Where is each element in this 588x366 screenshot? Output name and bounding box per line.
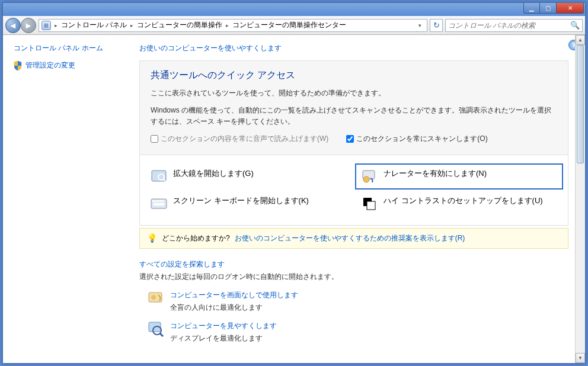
osk-tool[interactable]: スクリーン キーボードを開始します(K)	[151, 195, 347, 212]
scroll-down-button[interactable]: ▼	[576, 353, 585, 363]
nodisplay-sub: 全盲の人向けに最適化します	[170, 303, 263, 312]
quick-access-desc2: Windows の機能を使って、自動的にこの一覧を読み上げさせてスキャンさせるこ…	[151, 105, 557, 127]
easysee-text: コンピューターを見やすくします ディスプレイを最適化します	[170, 321, 277, 343]
svg-rect-8	[157, 200, 159, 202]
narrator-icon	[361, 168, 378, 185]
bulb-icon: 💡	[147, 233, 157, 243]
nodisplay-text: コンピューターを画面なしで使用します 全盲の人向けに最適化します	[170, 290, 298, 313]
svg-rect-11	[154, 203, 164, 206]
nodisplay-item: コンピューターを画面なしで使用します 全盲の人向けに最適化します	[139, 290, 568, 313]
tools-grid: 拡大鏡を開始します(G) ナレーターを有効にします(N) スクリーン キーボード…	[139, 155, 568, 226]
voice-checkbox-label: このセクションの内容を常に音声で読み上げます(W)	[161, 134, 328, 144]
breadcrumb-dropdown[interactable]: ▾	[415, 23, 424, 28]
easysee-item: コンピューターを見やすくします ディスプレイを最適化します	[139, 321, 568, 343]
close-button[interactable]: ✕	[557, 3, 584, 14]
maximize-button[interactable]: ▢	[540, 3, 557, 14]
hint-question: どこから始めますか?	[162, 233, 230, 243]
scan-checkbox-label: このセクションを常にスキャンします(O)	[356, 134, 487, 144]
control-panel-icon: ⊞	[41, 21, 51, 30]
svg-line-18	[160, 333, 163, 336]
control-panel-home-link[interactable]: コントロール パネル ホーム	[14, 43, 123, 53]
voice-checkbox[interactable]: このセクションの内容を常に音声で読み上げます(W)	[151, 134, 328, 144]
scroll-thumb[interactable]	[577, 45, 584, 163]
magnifier-icon	[151, 168, 167, 185]
contrast-label: ハイ コントラストのセットアップをします(U)	[384, 195, 543, 206]
nav-arrows: ◄ ►	[5, 18, 36, 33]
scroll-up-button[interactable]: ▲	[576, 35, 585, 45]
breadcrumb[interactable]: ⊞ ▸ コントロール パネル ▸ コンピューターの簡単操作 ▸ コンピューターの…	[39, 19, 427, 32]
hint-bar: 💡 どこから始めますか? お使いのコンピューターを使いやすくするための推奨案を表…	[139, 228, 568, 249]
admin-settings-label: 管理設定の変更	[25, 60, 75, 70]
chevron-icon: ▸	[55, 23, 57, 28]
breadcrumb-root[interactable]: コントロール パネル	[61, 20, 127, 30]
svg-rect-9	[159, 200, 161, 202]
svg-rect-7	[155, 200, 156, 202]
quick-access-box: 共通ツールへのクイック アクセス ここに表示されているツールを使って、開始するた…	[139, 60, 568, 155]
toolbar: ◄ ► ⊞ ▸ コントロール パネル ▸ コンピューターの簡単操作 ▸ コンピュ…	[3, 16, 585, 35]
osk-label: スクリーン キーボードを開始します(K)	[173, 195, 309, 206]
nodisplay-link[interactable]: コンピューターを画面なしで使用します	[170, 290, 298, 300]
chevron-icon: ▸	[130, 23, 133, 28]
scrollbar[interactable]: ▲ ▼	[575, 35, 585, 363]
content-area: コントロール パネル ホーム 管理設定の変更 ? お使いのコンピューターを使いや…	[3, 35, 585, 363]
back-button[interactable]: ◄	[5, 18, 21, 33]
easysee-link[interactable]: コンピューターを見やすくします	[170, 321, 277, 331]
titlebar: ▁ ▢ ✕	[3, 3, 585, 16]
breadcrumb-level1[interactable]: コンピューターの簡単操作	[137, 20, 222, 30]
recommendations-link[interactable]: お使いのコンピューターを使いやすくするための推奨案を表示します(R)	[235, 233, 465, 243]
narrator-label: ナレーターを有効にします(N)	[384, 168, 487, 179]
svg-rect-6	[152, 200, 154, 202]
explore-title: すべての設定を探索します	[139, 259, 568, 269]
svg-point-15	[151, 295, 156, 300]
narrator-tool[interactable]: ナレーターを有効にします(N)	[355, 163, 563, 190]
svg-point-4	[363, 176, 369, 182]
magnifier-tool[interactable]: 拡大鏡を開始します(G)	[151, 168, 347, 185]
nodisplay-icon	[148, 290, 164, 307]
window-controls: ▁ ▢ ✕	[523, 3, 584, 16]
minimize-button[interactable]: ▁	[523, 3, 540, 14]
page-intro: お使いのコンピューターを使いやすくします	[139, 43, 568, 53]
chevron-icon: ▸	[226, 23, 229, 28]
breadcrumb-level2[interactable]: コンピューターの簡単操作センター	[232, 20, 346, 30]
svg-rect-13	[367, 201, 375, 210]
contrast-tool[interactable]: ハイ コントラストのセットアップをします(U)	[361, 195, 557, 212]
window: ▁ ▢ ✕ ◄ ► ⊞ ▸ コントロール パネル ▸ コンピューターの簡単操作 …	[2, 2, 586, 364]
quick-checks: このセクションの内容を常に音声で読み上げます(W) このセクションを常にスキャン…	[151, 134, 557, 144]
scan-checkbox-input[interactable]	[346, 135, 354, 143]
keyboard-icon	[151, 195, 167, 212]
search-box[interactable]: 🔍	[445, 19, 583, 32]
explore-desc: 選択された設定は毎回のログオン時に自動的に開始されます。	[139, 272, 568, 282]
magnifier-label: 拡大鏡を開始します(G)	[173, 168, 254, 179]
contrast-icon	[361, 195, 378, 212]
sidebar: コントロール パネル ホーム 管理設定の変更	[3, 35, 133, 363]
search-icon: 🔍	[570, 21, 580, 30]
quick-access-title: 共通ツールへのクイック アクセス	[151, 69, 557, 82]
quick-access-desc1: ここに表示されているツールを使って、開始するための準備ができます。	[151, 88, 557, 99]
admin-settings-link[interactable]: 管理設定の変更	[14, 60, 123, 70]
easysee-icon	[148, 321, 164, 338]
voice-checkbox-input[interactable]	[151, 135, 158, 143]
scan-checkbox[interactable]: このセクションを常にスキャンします(O)	[346, 134, 487, 144]
forward-button[interactable]: ►	[21, 18, 36, 33]
main-panel: ? お使いのコンピューターを使いやすくします 共通ツールへのクイック アクセス …	[133, 35, 585, 363]
easysee-sub: ディスプレイを最適化します	[170, 334, 263, 342]
search-input[interactable]	[448, 21, 570, 30]
refresh-button[interactable]: ↻	[430, 19, 443, 32]
svg-rect-10	[162, 200, 164, 202]
shield-icon	[14, 61, 22, 70]
